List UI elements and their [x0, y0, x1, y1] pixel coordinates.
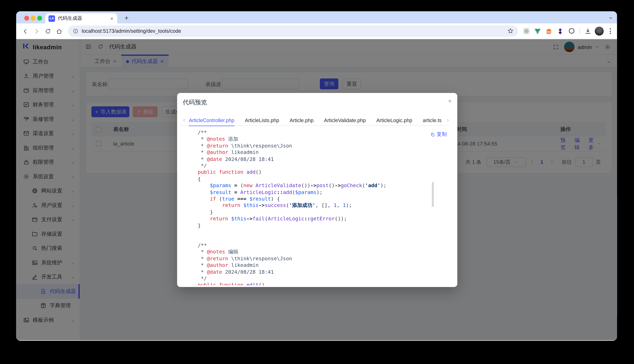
forward-icon[interactable] [32, 26, 41, 36]
reload-icon[interactable] [43, 26, 52, 36]
code-line: { [198, 176, 445, 182]
code-line: public function add() [198, 169, 445, 176]
file-tab-ArticleValidate.php[interactable]: ArticleValidate.php [324, 116, 366, 126]
home-icon[interactable] [54, 26, 64, 36]
code-line: * @author likeadmin [198, 262, 445, 269]
code-line: * @notes 编辑 [198, 249, 445, 256]
code-line: * @date 2024/08/28 18:41 [198, 268, 445, 275]
browser-toolbar: localhost:5173/admin/setting/dev_tools/c… [16, 24, 617, 39]
code-line: /** [198, 242, 445, 249]
site-info-icon [73, 28, 78, 34]
browser-window: LA 代码生成器 × + localhost:5173/admin/settin… [16, 12, 617, 341]
traffic-minimize-button[interactable] [31, 16, 36, 20]
code-line: if (true === $result) { [198, 196, 445, 202]
code-line: * @notes 添加 [198, 136, 445, 143]
code-line [198, 229, 445, 236]
code-line: */ [198, 275, 445, 282]
tabs-divider [181, 125, 446, 126]
file-tab-Article.php[interactable]: Article.php [290, 116, 314, 126]
code-line: */ [198, 162, 445, 169]
toolbar-divider [580, 28, 580, 34]
code-line: * @return \think\response\Json [198, 255, 445, 262]
code-line: /** [198, 129, 445, 136]
favicon: LA [48, 15, 55, 22]
svg-text:SQ: SQ [547, 30, 551, 33]
code-line: return $this->fail(ArticleLogic::getErro… [198, 216, 445, 222]
browser-tab[interactable]: LA 代码生成器 × [45, 14, 117, 24]
browser-tabstrip: LA 代码生成器 × + [16, 12, 617, 24]
traffic-close-button[interactable] [24, 16, 29, 20]
file-tab-ArticleLogic.php[interactable]: ArticleLogic.php [376, 116, 412, 126]
vue-devtools-icon[interactable] [534, 27, 542, 35]
extensions-area: SQ [522, 27, 614, 36]
code-line: * @author likeadmin [198, 149, 445, 156]
code-line: public function edit() [198, 282, 445, 285]
sq-extension-icon[interactable]: SQ [544, 27, 553, 35]
downloads-icon[interactable] [584, 27, 592, 35]
code-line: return $this->success('添加成功', [], 1, 1); [198, 202, 445, 209]
tabs-scroll-left-icon[interactable] [182, 117, 186, 124]
screen: LA 代码生成器 × + localhost:5173/admin/settin… [0, 0, 634, 364]
code-line: $params = (new ArticleValidate())->post(… [198, 182, 445, 189]
code-line: * @date 2024/08/28 18:41 [198, 156, 445, 162]
code-preview-dialog: 代码预览 × ArticleController.phpArticleLists… [177, 93, 457, 287]
tab-close-icon[interactable]: × [110, 16, 114, 21]
gem-extension-icon[interactable] [556, 27, 564, 35]
browser-tab-title: 代码生成器 [58, 15, 110, 22]
browser-profile-avatar[interactable] [595, 27, 604, 36]
file-tab-ArticleController.php[interactable]: ArticleController.php [189, 116, 234, 126]
file-tab-article.ts[interactable]: article.ts [423, 116, 442, 126]
tab-search-chevron-icon[interactable] [608, 14, 613, 22]
code-line: * @return \think\response\Json [198, 142, 445, 149]
tabs-scroll-right-icon[interactable] [446, 117, 450, 124]
code-line: } [198, 222, 445, 229]
code-line [198, 236, 445, 242]
dialog-title: 代码预览 [183, 98, 207, 106]
code-scrollbar[interactable] [432, 182, 434, 207]
bookmark-star-icon[interactable] [507, 28, 514, 36]
file-tabs: ArticleController.phpArticleLists.phpArt… [189, 116, 442, 126]
dialog-close-icon[interactable]: × [448, 98, 452, 104]
browser-menu-icon[interactable] [606, 28, 614, 34]
extensions-puzzle-icon[interactable] [567, 27, 576, 35]
code-view[interactable]: /** * @notes 添加 * @return \think\respons… [198, 127, 445, 286]
code-line: } [198, 209, 445, 216]
url-text: localhost:5173/admin/setting/dev_tools/c… [82, 28, 181, 34]
app-page: likeadmin 工作台用户管理应用管理财务管理装修管理渠道设置组织管理权限管… [16, 39, 617, 340]
back-icon[interactable] [20, 26, 30, 36]
traffic-zoom-button[interactable] [37, 16, 42, 20]
new-tab-button[interactable]: + [121, 13, 132, 24]
react-devtools-icon[interactable] [522, 27, 530, 35]
file-tab-ArticleLists.php[interactable]: ArticleLists.php [245, 116, 279, 126]
code-line: $result = ArticleLogic::add($params); [198, 189, 445, 196]
url-bar[interactable]: localhost:5173/admin/setting/dev_tools/c… [68, 26, 518, 37]
